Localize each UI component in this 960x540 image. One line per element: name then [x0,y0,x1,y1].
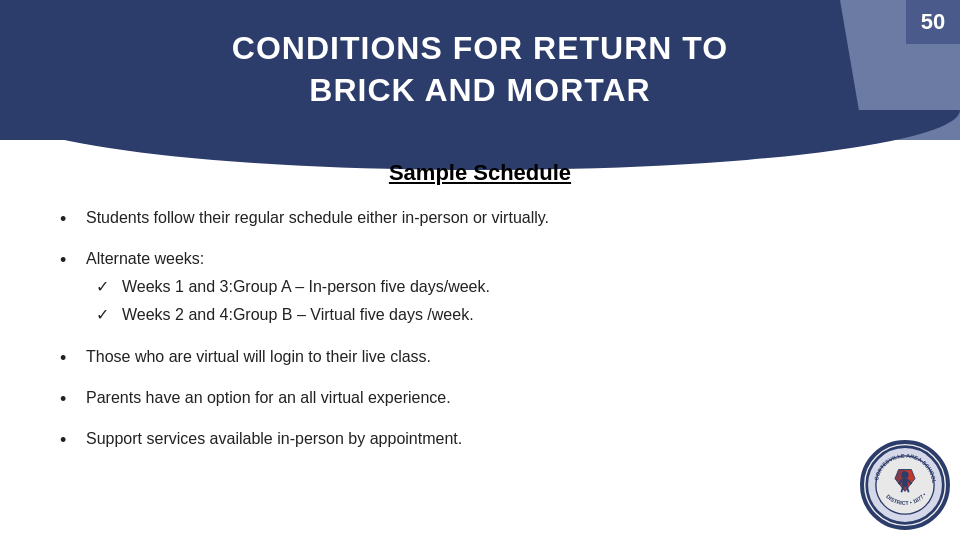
header-title: CONDITIONS FOR RETURN TO BRICK AND MORTA… [232,28,728,111]
header-title-line2: BRICK AND MORTAR [309,72,650,108]
district-seal: CORTESVILLE AREA SCHOOL DISTRICT • 1877 … [860,440,950,530]
sub-label: Weeks 1 and 3: [122,275,233,299]
list-item: • Those who are virtual will login to th… [60,345,900,372]
bullet-text: Alternate weeks: [86,250,204,267]
bullet-list: • Students follow their regular schedule… [60,206,900,454]
bullet-text: Parents have an option for an all virtua… [86,386,451,410]
sub-list-item: ✓ Weeks 2 and 4: Group B – Virtual five … [96,303,490,327]
sub-list-item: ✓ Weeks 1 and 3: Group A – In-person fiv… [96,275,490,299]
bullet-dot: • [60,345,80,372]
bullet-dot: • [60,427,80,454]
sub-label: Weeks 2 and 4: [122,303,233,327]
bullet-dot: • [60,247,80,274]
seal-svg: CORTESVILLE AREA SCHOOL DISTRICT • 1877 … [864,440,946,530]
list-item: • Parents have an option for an all virt… [60,386,900,413]
svg-point-6 [901,471,908,478]
page-number: 50 [906,0,960,44]
bullet-text: Support services available in-person by … [86,427,462,451]
bullet-dot: • [60,206,80,233]
bullet-text: Students follow their regular schedule e… [86,206,549,230]
svg-rect-7 [902,479,907,487]
sub-text: Group B – Virtual five days /week. [233,303,474,327]
checkmark: ✓ [96,303,116,327]
list-item: • Students follow their regular schedule… [60,206,900,233]
list-item: • Support services available in-person b… [60,427,900,454]
checkmark: ✓ [96,275,116,299]
main-content: Sample Schedule • Students follow their … [60,160,900,520]
seal-circle: CORTESVILLE AREA SCHOOL DISTRICT • 1877 … [860,440,950,530]
section-title: Sample Schedule [60,160,900,186]
bullet-dot: • [60,386,80,413]
sub-list: ✓ Weeks 1 and 3: Group A – In-person fiv… [96,275,490,327]
bullet-with-sub: Alternate weeks: ✓ Weeks 1 and 3: Group … [86,247,490,331]
header-title-line1: CONDITIONS FOR RETURN TO [232,30,728,66]
sub-text: Group A – In-person five days/week. [233,275,490,299]
bullet-text: Those who are virtual will login to thei… [86,345,431,369]
list-item: • Alternate weeks: ✓ Weeks 1 and 3: Grou… [60,247,900,331]
header-banner: CONDITIONS FOR RETURN TO BRICK AND MORTA… [0,0,960,140]
